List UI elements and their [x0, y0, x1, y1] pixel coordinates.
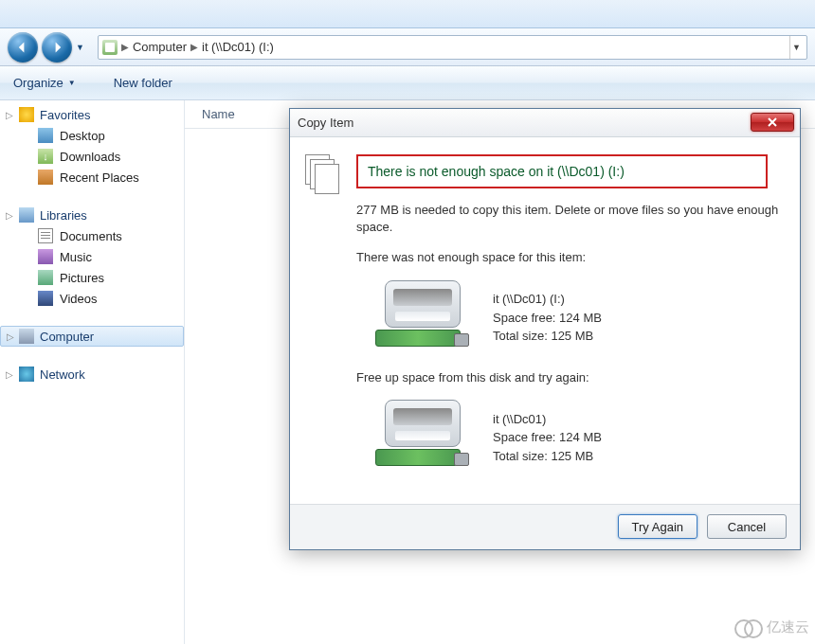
computer-icon	[19, 329, 34, 344]
disk2-free: Space free: 124 MB	[493, 428, 602, 447]
libraries-label: Libraries	[40, 208, 87, 223]
collapse-icon: ▷	[7, 331, 14, 342]
sidebar-item-network[interactable]: ▷ Network	[0, 364, 184, 385]
recent-icon	[38, 170, 53, 185]
sidebar-item-desktop[interactable]: Desktop	[0, 125, 184, 146]
dialog-titlebar[interactable]: Copy Item	[290, 109, 800, 137]
address-dropdown-icon[interactable]: ▼	[789, 36, 803, 59]
collapse-icon: ▷	[6, 210, 13, 221]
disk2-total: Total size: 125 MB	[493, 447, 602, 466]
libraries-icon	[19, 207, 34, 223]
breadcrumb-sep-icon: ▶	[190, 42, 198, 52]
disk1-total: Total size: 125 MB	[493, 327, 602, 346]
drive-icon	[102, 40, 118, 55]
nav-pane: ▷ Favorites Desktop Downloads Recent Pla…	[0, 100, 185, 644]
error-detail: 277 MB is needed to copy this item. Dele…	[356, 202, 785, 236]
close-button[interactable]	[751, 113, 794, 132]
address-bar[interactable]: ▶ Computer ▶ it (\\Dc01) (I:) ▼	[98, 35, 807, 60]
organize-menu[interactable]: Organize ▼	[13, 76, 76, 90]
music-icon	[38, 249, 53, 264]
breadcrumb-sep-icon: ▶	[121, 42, 129, 52]
cloud-icon	[734, 619, 763, 636]
disk-info-1: it (\\Dc01) (I:) Space free: 124 MB Tota…	[375, 280, 785, 356]
sidebar-favorites-header[interactable]: ▷ Favorites	[0, 104, 184, 125]
document-icon	[38, 228, 53, 243]
new-folder-label: New folder	[114, 76, 172, 90]
sidebar-item-music[interactable]: Music	[0, 246, 184, 267]
free-up-prompt: Free up space from this disk and try aga…	[356, 369, 785, 386]
collapse-icon: ▷	[6, 369, 13, 380]
documents-stack-icon	[305, 154, 343, 489]
new-folder-button[interactable]: New folder	[114, 76, 172, 90]
disk1-name: it (\\Dc01) (I:)	[493, 290, 602, 309]
breadcrumb-leaf[interactable]: it (\\Dc01) (I:)	[202, 40, 274, 54]
sidebar-item-documents[interactable]: Documents	[0, 225, 184, 246]
history-dropdown-icon[interactable]: ▼	[76, 43, 84, 52]
network-label: Network	[40, 367, 85, 382]
disk-info-2: it (\\Dc01) Space free: 124 MB Total siz…	[375, 400, 785, 475]
organize-label: Organize	[13, 76, 63, 90]
computer-label: Computer	[40, 330, 94, 344]
copy-item-dialog: Copy Item There is not enough space on i…	[289, 108, 801, 550]
pictures-icon	[38, 270, 53, 285]
error-subtext: There was not enough space for this item…	[356, 249, 785, 266]
star-icon	[19, 107, 34, 122]
watermark: 亿速云	[734, 618, 809, 636]
command-bar: Organize ▼ New folder	[0, 66, 815, 100]
favorites-label: Favorites	[40, 108, 90, 122]
close-icon	[767, 117, 778, 127]
disk1-free: Space free: 124 MB	[493, 309, 602, 328]
dialog-title: Copy Item	[298, 116, 353, 130]
network-icon	[19, 367, 34, 382]
disk2-name: it (\\Dc01)	[493, 410, 602, 429]
dialog-footer: Try Again Cancel	[290, 504, 800, 549]
sidebar-item-recent[interactable]: Recent Places	[0, 167, 184, 188]
desktop-icon	[38, 128, 53, 143]
cancel-button[interactable]: Cancel	[707, 514, 787, 539]
downloads-icon	[38, 149, 53, 164]
breadcrumb-root[interactable]: Computer	[133, 40, 187, 54]
dropdown-icon: ▼	[68, 79, 76, 87]
sidebar-item-downloads[interactable]: Downloads	[0, 146, 184, 167]
network-drive-icon	[375, 280, 470, 356]
navigation-bar: ▼ ▶ Computer ▶ it (\\Dc01) (I:) ▼	[0, 28, 815, 66]
error-heading: There is not enough space on it (\\Dc01)…	[356, 154, 768, 188]
sidebar-item-pictures[interactable]: Pictures	[0, 267, 184, 288]
sidebar-item-computer[interactable]: ▷ Computer	[0, 326, 184, 347]
back-button[interactable]	[8, 32, 38, 63]
window-titlebar	[0, 0, 815, 28]
collapse-icon: ▷	[6, 110, 13, 120]
sidebar-libraries-header[interactable]: ▷ Libraries	[0, 205, 184, 225]
try-again-button[interactable]: Try Again	[618, 514, 697, 539]
forward-button[interactable]	[42, 32, 72, 63]
network-drive-icon	[375, 400, 470, 475]
videos-icon	[38, 291, 53, 306]
sidebar-item-videos[interactable]: Videos	[0, 288, 184, 309]
